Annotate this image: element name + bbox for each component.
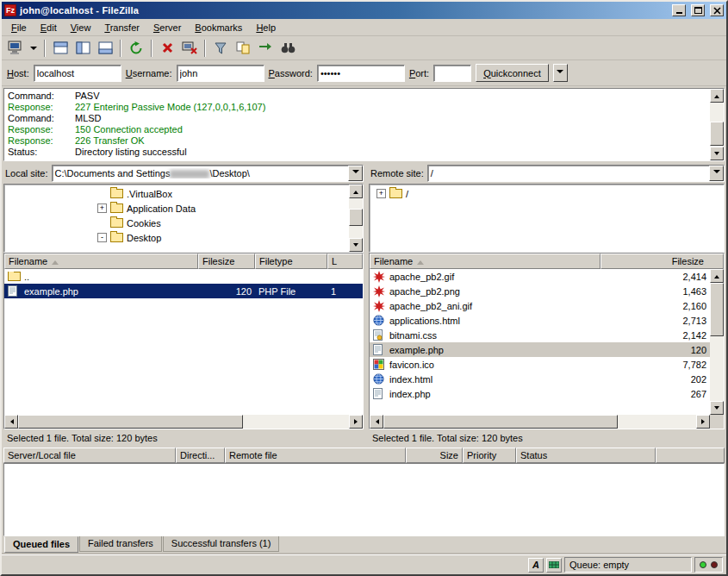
tree-expander[interactable]: -: [97, 233, 107, 242]
filter-button[interactable]: [210, 38, 231, 59]
menu-server[interactable]: Server: [147, 21, 187, 34]
scroll-up-button[interactable]: [349, 185, 363, 198]
combo-dropdown-button[interactable]: [709, 166, 724, 181]
table-row[interactable]: applications.html 2,713: [370, 313, 710, 328]
scroll-right-button[interactable]: [349, 415, 363, 429]
close-button[interactable]: [710, 4, 724, 16]
toggle-tree-view-button[interactable]: [72, 38, 93, 59]
column-header-direction[interactable]: Directi...: [176, 448, 225, 463]
quickconnect-dropdown-button[interactable]: [553, 64, 568, 82]
log-vertical-scrollbar[interactable]: [710, 89, 724, 160]
tab-queued-files[interactable]: Queued files: [4, 536, 78, 553]
local-list-header: Filename Filesize Filetype L: [4, 254, 363, 269]
site-manager-button[interactable]: [5, 38, 26, 59]
table-row[interactable]: apache_pb2_ani.gif 2,160: [370, 298, 710, 313]
table-row[interactable]: index.html 202: [370, 372, 710, 386]
tree-item[interactable]: Cookies: [4, 216, 349, 230]
host-input[interactable]: [34, 65, 121, 82]
column-header-filename[interactable]: Filename: [4, 254, 198, 269]
scroll-track[interactable]: [18, 415, 349, 429]
toggle-message-log-button[interactable]: [50, 38, 71, 59]
tree-expander[interactable]: +: [376, 189, 386, 198]
remote-file-list: Filename Filesize apache_pb2.gif 2,414 a…: [369, 253, 725, 429]
column-header-filesize[interactable]: Filesize: [198, 254, 255, 269]
column-header-status[interactable]: Status: [516, 448, 656, 463]
local-list-horizontal-scrollbar[interactable]: [4, 415, 363, 429]
username-input[interactable]: [177, 65, 264, 82]
password-input[interactable]: [317, 65, 405, 82]
column-header-size[interactable]: Size: [406, 448, 463, 463]
local-site-combobox[interactable]: C:\Documents and Settings\Desktop\: [52, 165, 364, 182]
scroll-right-button[interactable]: [696, 415, 710, 429]
compare-button[interactable]: [233, 38, 253, 59]
table-row[interactable]: apache_pb2.png 1,463: [370, 284, 710, 298]
menu-view[interactable]: View: [65, 21, 97, 34]
column-header-filetype[interactable]: Filetype: [255, 254, 327, 269]
tab-successful-transfers[interactable]: Successful transfers (1): [163, 536, 280, 552]
column-header-filesize[interactable]: Filesize: [600, 254, 724, 269]
menu-bookmarks[interactable]: Bookmarks: [189, 21, 248, 34]
toggle-queue-view-button[interactable]: [95, 38, 115, 59]
table-row[interactable]: ..: [4, 269, 363, 284]
local-tree-vertical-scrollbar[interactable]: [349, 185, 363, 252]
maximize-button[interactable]: [691, 4, 705, 16]
transfer-type-indicator[interactable]: A: [528, 558, 544, 573]
remote-site-combobox[interactable]: /: [427, 165, 725, 182]
scroll-left-button[interactable]: [370, 415, 383, 429]
refresh-button[interactable]: [126, 38, 146, 59]
scroll-track[interactable]: [710, 103, 724, 147]
scroll-track[interactable]: [383, 415, 696, 429]
scroll-down-button[interactable]: [710, 147, 724, 160]
disconnect-button[interactable]: [179, 38, 200, 59]
scroll-up-button[interactable]: [710, 89, 724, 103]
remote-list-vertical-scrollbar[interactable]: [710, 269, 724, 415]
port-input[interactable]: [433, 65, 471, 82]
scroll-down-button[interactable]: [710, 401, 724, 415]
column-header-last-modified[interactable]: L: [327, 254, 363, 269]
scroll-down-button[interactable]: [349, 238, 363, 252]
site-manager-dropdown-button[interactable]: [28, 38, 40, 59]
menu-help[interactable]: Help: [250, 21, 282, 34]
table-row[interactable]: favicon.ico 7,782: [370, 357, 710, 372]
table-row-selected[interactable]: example.php 120 PHP File 1: [4, 284, 363, 298]
menu-edit[interactable]: Edit: [34, 21, 63, 34]
minimize-button[interactable]: [672, 4, 686, 16]
encryption-indicator[interactable]: [546, 558, 562, 573]
scroll-thumb[interactable]: [383, 415, 618, 429]
table-row-selected[interactable]: example.php 120: [370, 342, 710, 357]
scroll-track[interactable]: [710, 283, 724, 401]
tree-expander[interactable]: +: [97, 203, 107, 213]
menu-file[interactable]: File: [5, 21, 33, 34]
transfer-queue-list[interactable]: [3, 463, 725, 536]
tree-item[interactable]: +Application Data: [4, 201, 349, 216]
scroll-track[interactable]: [349, 198, 363, 238]
sync-browsing-button[interactable]: [255, 38, 276, 59]
quickconnect-button[interactable]: Quickconnect: [476, 64, 549, 82]
column-header-server-local-file[interactable]: Server/Local file: [3, 448, 176, 463]
scroll-thumb[interactable]: [18, 415, 243, 429]
table-row[interactable]: apache_pb2.gif 2,414: [370, 269, 710, 284]
scroll-left-button[interactable]: [4, 415, 18, 429]
tree-item[interactable]: -Desktop: [4, 230, 349, 245]
find-button[interactable]: [277, 38, 298, 59]
table-row[interactable]: bitnami.css 2,142: [370, 328, 710, 342]
column-header-remote-file[interactable]: Remote file: [225, 448, 406, 463]
remote-list-horizontal-scrollbar[interactable]: [370, 415, 724, 429]
activity-led-green: [700, 561, 706, 568]
scroll-up-button[interactable]: [710, 269, 724, 283]
scroll-thumb[interactable]: [710, 122, 724, 146]
scroll-thumb[interactable]: [710, 283, 724, 336]
column-header-priority[interactable]: Priority: [463, 448, 516, 463]
scroll-thumb[interactable]: [349, 209, 363, 226]
tree-item[interactable]: +/: [370, 186, 724, 201]
column-header-filename[interactable]: Filename: [370, 254, 600, 269]
close-icon: [713, 7, 721, 15]
sync-browsing-icon: [258, 42, 272, 53]
menu-transfer[interactable]: Transfer: [98, 21, 146, 34]
tab-failed-transfers[interactable]: Failed transfers: [79, 536, 162, 552]
combo-dropdown-button[interactable]: [348, 166, 363, 181]
local-file-list: Filename Filesize Filetype L ..: [3, 253, 364, 429]
table-row[interactable]: index.php 267: [370, 386, 710, 401]
tree-item[interactable]: .VirtualBox: [4, 186, 349, 201]
cancel-operation-button[interactable]: [157, 38, 177, 59]
